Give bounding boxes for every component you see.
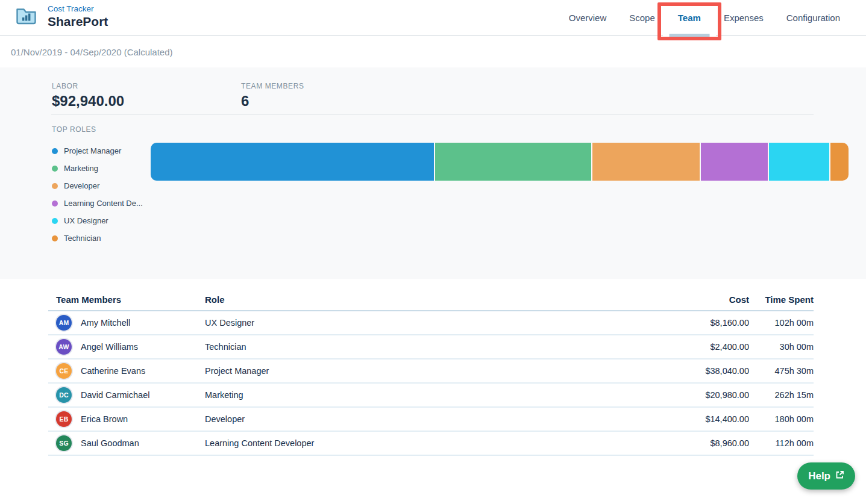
date-range: 01/Nov/2019 - 04/Sep/2020 (Calculated) [11,47,173,57]
member-role: UX Designer [197,311,629,335]
member-role: Developer [197,407,629,431]
member-name: Angel Williams [81,342,138,352]
bar-segment-technician[interactable] [830,143,849,181]
member-name: David Carmichael [81,390,149,400]
member-cost: $14,400.00 [629,407,749,431]
member-time: 102h 00m [749,311,814,335]
tab-scope[interactable]: Scope [618,0,667,36]
team-table-section: Team Members Role Cost Time Spent AM Amy… [0,279,866,456]
table-row: AW Angel Williams Technician $2,400.00 3… [48,335,814,359]
member-role: Project Manager [197,359,629,383]
legend-item: Project Manager [52,142,143,160]
bar-segment-marketing[interactable] [435,143,591,181]
avatar: SG [56,435,72,451]
member-cost: $20,980.00 [629,383,749,407]
external-link-icon [835,470,844,482]
tab-team[interactable]: Team [667,0,712,36]
table-header-row: Team Members Role Cost Time Spent [48,285,814,311]
legend-item: Marketing [52,160,143,177]
legend-label: UX Designer [64,216,108,225]
legend-label: Project Manager [64,146,121,155]
member-name: Erica Brown [81,414,128,424]
member-time: 30h 00m [749,335,814,359]
member-cost: $8,960.00 [629,431,749,455]
avatar: AW [56,339,72,355]
table-row: EB Erica Brown Developer $14,400.00 180h… [48,407,814,431]
legend-item: Technician [52,229,143,247]
top-roles-legend: Project Manager Marketing Developer Lear… [52,142,143,247]
table-row: DC David Carmichael Marketing $20,980.00… [48,383,814,407]
team-members-label: TEAM MEMBERS [241,82,304,90]
page-title: SharePort [48,14,108,29]
bar-segment-developer[interactable] [592,143,700,181]
member-name: Saul Goodman [81,438,139,448]
table-row: SG Saul Goodman Learning Content Develop… [48,431,814,455]
chart-folder-icon [15,5,37,28]
member-time: 112h 00m [749,431,814,455]
member-name: Catherine Evans [81,366,145,376]
legend-dot [52,166,58,172]
brand: Cost Tracker SharePort [15,4,108,29]
tab-configuration[interactable]: Configuration [775,0,852,36]
main-nav: Overview Scope Team Expenses Configurati… [557,0,852,36]
member-cost: $38,040.00 [629,359,749,383]
legend-item: UX Designer [52,212,143,229]
member-role: Marketing [197,383,629,407]
member-time: 180h 00m [749,407,814,431]
summary-panel: LABOR $92,940.00 TEAM MEMBERS 6 TOP ROLE… [0,67,866,279]
roles-stacked-bar-chart [151,143,849,181]
member-role: Technician [197,335,629,359]
legend-dot [52,218,58,224]
team-members-value: 6 [241,93,304,110]
legend-dot [52,183,58,189]
legend-label: Technician [64,234,101,243]
top-roles-label: TOP ROLES [52,125,96,134]
team-members-table: Team Members Role Cost Time Spent AM Amy… [48,285,814,456]
help-button-label: Help [808,470,830,482]
help-button[interactable]: Help [797,462,855,490]
tab-expenses[interactable]: Expenses [712,0,775,36]
col-header-role: Role [197,285,629,311]
legend-label: Marketing [64,164,98,173]
page: Cost Tracker SharePort Overview Scope Te… [0,0,866,504]
col-header-team-members: Team Members [48,285,197,311]
avatar: AM [56,315,72,331]
app-subtitle: Cost Tracker [48,4,108,14]
avatar: CE [56,363,72,379]
tab-team-wrap: Team [667,0,712,36]
bar-segment-ux-designer[interactable] [769,143,830,181]
labor-label: LABOR [52,82,124,90]
bar-segment-learning-content-developer[interactable] [701,143,768,181]
team-members-stat: TEAM MEMBERS 6 [241,82,304,110]
labor-value: $92,940.00 [52,93,124,110]
col-header-cost: Cost [629,285,749,311]
member-role: Learning Content Developer [197,431,629,455]
table-row: AM Amy Mitchell UX Designer $8,160.00 10… [48,311,814,335]
legend-dot [52,148,58,154]
labor-stat: LABOR $92,940.00 [52,82,124,110]
legend-item: Developer [52,177,143,194]
member-time: 475h 30m [749,359,814,383]
member-cost: $8,160.00 [629,311,749,335]
member-cost: $2,400.00 [629,335,749,359]
team-tab-active-underline [669,34,709,37]
legend-label: Developer [64,181,99,190]
bar-segment-project-manager[interactable] [151,143,434,181]
table-row: CE Catherine Evans Project Manager $38,0… [48,359,814,383]
brand-text: Cost Tracker SharePort [48,4,108,29]
member-name: Amy Mitchell [81,318,130,328]
member-time: 262h 15m [749,383,814,407]
summary-divider [51,114,814,115]
legend-item: Learning Content De... [52,194,143,212]
app-header: Cost Tracker SharePort Overview Scope Te… [0,0,866,36]
legend-label: Learning Content De... [64,199,143,208]
avatar: DC [56,387,72,403]
col-header-time-spent: Time Spent [749,285,814,311]
date-bar: 01/Nov/2019 - 04/Sep/2020 (Calculated) [0,37,866,67]
avatar: EB [56,411,72,427]
tab-overview[interactable]: Overview [557,0,618,36]
legend-dot [52,235,58,241]
legend-dot [52,201,58,207]
